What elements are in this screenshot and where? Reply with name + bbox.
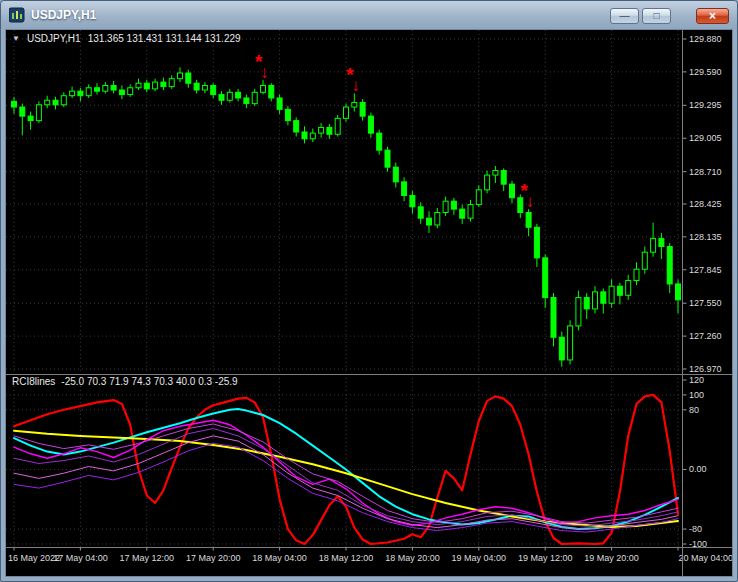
price-axis-label: 127.260 — [689, 331, 722, 341]
candle-body — [460, 209, 465, 218]
candle-body — [277, 98, 282, 109]
candle-body — [584, 298, 589, 309]
candle-body — [601, 292, 606, 303]
candle-body — [676, 284, 681, 300]
candle-body — [360, 103, 365, 117]
title-bar[interactable]: USDJPY,H1 — □ × — [1, 1, 737, 29]
time-axis-label: 18 May 20:00 — [385, 553, 440, 563]
candle-body — [136, 83, 141, 88]
candle-body — [302, 132, 307, 139]
candle-body — [435, 213, 440, 225]
sell-signal-arrow: ↓ — [351, 76, 360, 95]
candle-body — [368, 116, 373, 133]
chart-window: USDJPY,H1 — □ × 16 May 202217 May 04:001… — [0, 0, 738, 582]
candle-body — [427, 218, 432, 225]
candle-body — [659, 239, 664, 247]
candle-body — [119, 90, 124, 95]
price-axis-label: 128.710 — [689, 167, 722, 177]
candle-body — [70, 91, 75, 96]
price-axis-label: 127.845 — [689, 265, 722, 275]
candle-body — [285, 109, 290, 120]
candle-body — [485, 175, 490, 190]
candle-body — [144, 83, 149, 89]
candle-body — [219, 95, 224, 101]
candle-body — [327, 127, 332, 134]
candle-body — [493, 171, 498, 176]
indicator-axis-label: 120 — [689, 375, 704, 385]
chart-canvas[interactable]: 16 May 202217 May 04:0017 May 12:0017 Ma… — [6, 30, 733, 577]
chart-client-area: 16 May 202217 May 04:0017 May 12:0017 Ma… — [5, 29, 733, 577]
candle-body — [443, 201, 448, 212]
candle-body — [410, 195, 415, 206]
candle-body — [468, 205, 473, 219]
candle-body — [418, 207, 423, 218]
candle-body — [53, 100, 58, 105]
time-axis-label: 17 May 04:00 — [53, 553, 108, 563]
candle-body — [45, 100, 50, 105]
candle-body — [252, 92, 257, 103]
candle-body — [559, 337, 564, 360]
one-click-trading-toggle[interactable]: ▼ — [12, 33, 20, 44]
candle-body — [451, 201, 456, 209]
time-axis-label: 19 May 04:00 — [452, 553, 507, 563]
close-icon: × — [709, 10, 716, 22]
candle-body — [202, 85, 207, 90]
candle-body — [568, 326, 573, 360]
price-axis-label: 129.005 — [689, 133, 722, 143]
candle-body — [352, 103, 357, 108]
candle-body — [335, 118, 340, 134]
candle-body — [543, 258, 548, 298]
candle-body — [211, 85, 216, 94]
candle-body — [186, 73, 191, 83]
indicator-axis-label: 0.00 — [689, 464, 707, 474]
candle-body — [95, 88, 100, 91]
sell-signal-arrow: ↓ — [526, 192, 535, 211]
candle-body — [153, 82, 158, 89]
candle-body — [236, 92, 241, 98]
candle-body — [36, 105, 41, 121]
candle-body — [501, 171, 506, 185]
candle-body — [476, 190, 481, 205]
price-axis-label: 128.425 — [689, 199, 722, 209]
window-controls: — □ × — [610, 8, 729, 24]
candle-body — [161, 82, 166, 87]
candle-body — [294, 121, 299, 132]
candle-body — [634, 269, 639, 280]
price-axis-label: 127.550 — [689, 298, 722, 308]
indicator-axis-label: 100 — [689, 390, 704, 400]
maximize-button[interactable]: □ — [642, 8, 671, 24]
candle-body — [377, 133, 382, 150]
candle-body — [178, 73, 183, 79]
candle-body — [244, 98, 249, 104]
candle-body — [103, 85, 108, 91]
time-axis-label: 19 May 20:00 — [584, 553, 639, 563]
candle-body — [61, 96, 66, 105]
candle-body — [667, 247, 672, 284]
minimize-button[interactable]: — — [610, 8, 639, 24]
candle-body — [609, 286, 614, 303]
candle-body — [402, 182, 407, 196]
candle-body — [169, 79, 174, 87]
candle-body — [642, 252, 647, 269]
indicator-axis-label: -80 — [689, 524, 702, 534]
candle-body — [551, 298, 556, 338]
candle-body — [194, 83, 199, 90]
candle-body — [20, 107, 25, 116]
price-axis-label: 129.590 — [689, 67, 722, 77]
time-axis-label: 20 May 04:00 — [678, 553, 733, 563]
time-axis-label: 18 May 04:00 — [252, 553, 307, 563]
candle-body — [261, 85, 266, 92]
candle-body — [576, 298, 581, 326]
candle-body — [617, 286, 622, 295]
close-button[interactable]: × — [696, 8, 729, 24]
candle-body — [319, 127, 324, 133]
candle-body — [28, 116, 33, 121]
candle-body — [626, 281, 631, 296]
candle-body — [510, 184, 515, 198]
sell-signal-arrow: ↓ — [260, 63, 269, 82]
candle-body — [111, 85, 116, 90]
candle-body — [651, 239, 656, 253]
price-axis-label: 129.880 — [689, 34, 722, 44]
time-axis-label: 19 May 12:00 — [518, 553, 573, 563]
window-title: USDJPY,H1 — [31, 8, 96, 22]
